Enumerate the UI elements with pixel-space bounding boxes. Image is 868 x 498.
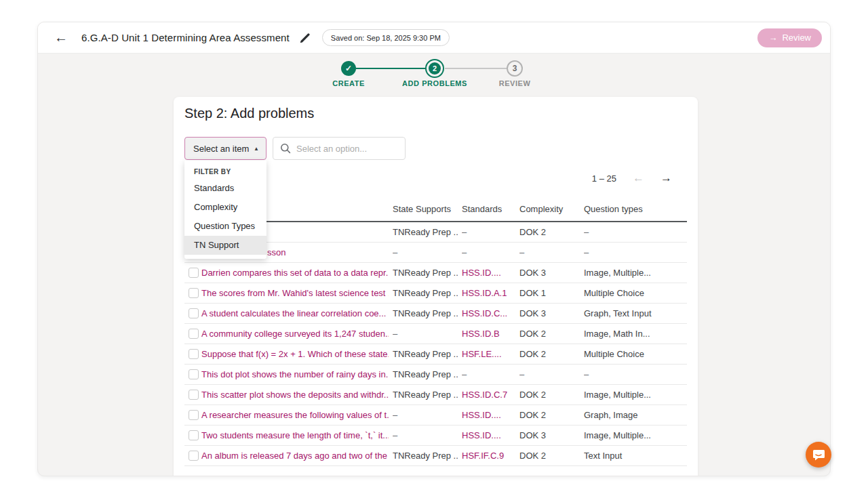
problem-title-link[interactable]: The scores from Mr. Wahid's latest scien… (201, 283, 389, 304)
problem-title-link[interactable]: A community college surveyed its 1,247 s… (201, 324, 389, 344)
question-types-cell: Graph, Image (584, 405, 686, 426)
pagination-prev-icon[interactable]: ← (633, 171, 644, 185)
menu-item-question-types[interactable]: Question Types (184, 217, 267, 236)
review-button-label: Review (782, 33, 811, 43)
state-supports-cell: TNReady Prep ... (393, 304, 458, 324)
problems-table: TNReady Prep ... – DOK 2 – sson – – – – … (184, 222, 687, 466)
state-supports-cell: TNReady Prep ... (393, 446, 458, 466)
chat-launcher-button[interactable] (806, 442, 831, 468)
question-types-cell: Graph, Text Input (584, 304, 686, 324)
problem-title-link[interactable]: This scatter plot shows the deposits and… (201, 385, 389, 405)
problem-title-text: sson (267, 243, 285, 263)
problem-title-link[interactable]: This dot plot shows the number of rainy … (201, 365, 389, 385)
search-icon (280, 143, 291, 154)
state-supports-cell: TNReady Prep ... (393, 344, 458, 365)
step-create-circle[interactable]: ✓ (341, 61, 356, 76)
complexity-cell: DOK 2 (519, 324, 579, 344)
question-types-cell: Image, Multiple... (584, 426, 686, 446)
question-types-cell: Multiple Choice (584, 344, 686, 365)
question-types-cell: – (584, 222, 686, 243)
state-supports-cell: – (393, 426, 458, 446)
standards-cell[interactable]: – (462, 243, 516, 263)
row-checkbox[interactable] (189, 329, 199, 339)
table-row: This scatter plot shows the deposits and… (184, 385, 687, 405)
state-supports-cell: TNReady Prep ... (393, 263, 458, 283)
question-types-cell: – (584, 365, 686, 385)
standards-cell[interactable]: HSS.ID.C... (462, 304, 516, 324)
state-supports-cell: – (393, 243, 458, 263)
state-supports-cell: – (393, 405, 458, 426)
standards-cell[interactable]: HSS.ID.B (462, 324, 516, 344)
caret-up-icon: ▲ (254, 146, 259, 152)
review-arrow-icon: → (768, 33, 777, 43)
state-supports-cell: TNReady Prep ... (393, 283, 458, 304)
row-checkbox[interactable] (189, 410, 199, 420)
search-box (273, 137, 406, 160)
saved-status-badge: Saved on: Sep 18, 2025 9:30 PM (322, 29, 450, 46)
step-label-review: REVIEW (499, 79, 531, 87)
table-row: A researcher measures the following valu… (184, 405, 687, 426)
edit-pencil-icon[interactable] (299, 32, 311, 44)
column-header-question-types: Question types (584, 204, 643, 214)
row-checkbox[interactable] (189, 369, 199, 379)
problem-title-link[interactable]: A student calculates the linear correlat… (201, 304, 389, 324)
complexity-cell: DOK 1 (519, 283, 579, 304)
column-header-complexity: Complexity (519, 204, 563, 214)
review-button[interactable]: → Review (757, 28, 822, 47)
step-number: 2 (429, 62, 441, 75)
problem-title-link[interactable]: Darrien compares this set of data to a d… (201, 263, 389, 283)
complexity-cell: – (519, 365, 579, 385)
content-area: ✓ 2 3 CREATE ADD PROBLEMS REVIEW Step 2:… (38, 54, 830, 476)
assessment-builder-window: ← 6.G.A-D Unit 1 Determining Area Assess… (37, 22, 831, 476)
pagination-next-icon[interactable]: → (660, 171, 672, 185)
state-supports-cell: – (393, 324, 458, 344)
table-row: An album is released 7 days ago and two … (184, 446, 687, 466)
complexity-cell: DOK 2 (519, 446, 579, 466)
step-review-circle[interactable]: 3 (507, 60, 523, 77)
pagination: 1 – 25 ← → (592, 171, 672, 185)
back-arrow-icon[interactable]: ← (54, 30, 71, 45)
stepper-connector-upcoming (445, 68, 507, 69)
standards-cell[interactable]: HSS.ID.A.1 (462, 283, 516, 304)
filter-select-button[interactable]: Select an item ▲ (184, 137, 267, 160)
problem-title-link[interactable]: A researcher measures the following valu… (201, 405, 389, 426)
menu-item-complexity[interactable]: Complexity (184, 198, 267, 217)
standards-cell[interactable]: HSF.IF.C.9 (462, 446, 516, 466)
complexity-cell: DOK 3 (519, 426, 579, 446)
search-input[interactable] (296, 144, 398, 154)
table-row: Suppose that f(x) = 2x + 1. Which of the… (184, 344, 687, 365)
filter-select-label: Select an item (193, 144, 249, 154)
state-supports-cell: TNReady Prep ... (393, 365, 458, 385)
complexity-cell: DOK 2 (519, 405, 579, 426)
panel-heading: Step 2: Add problems (184, 106, 314, 121)
row-checkbox[interactable] (189, 430, 199, 440)
row-checkbox[interactable] (189, 268, 199, 278)
step-add-problems-circle[interactable]: 2 (425, 59, 444, 78)
complexity-cell: DOK 2 (519, 344, 579, 365)
table-row: The scores from Mr. Wahid's latest scien… (184, 283, 687, 304)
standards-cell[interactable]: HSS.ID.... (462, 405, 516, 426)
step-number: 3 (513, 64, 517, 73)
problem-title-link[interactable]: An album is released 7 days ago and two … (201, 446, 389, 466)
assessment-title: 6.G.A-D Unit 1 Determining Area Assessme… (81, 32, 290, 43)
question-types-cell: Multiple Choice (584, 283, 686, 304)
pagination-range: 1 – 25 (592, 173, 616, 184)
standards-cell[interactable]: HSS.ID.... (462, 426, 516, 446)
state-supports-cell: TNReady Prep ... (393, 385, 458, 405)
problem-title-link[interactable]: Suppose that f(x) = 2x + 1. Which of the… (201, 344, 389, 365)
standards-cell[interactable]: – (462, 365, 516, 385)
top-bar: ← 6.G.A-D Unit 1 Determining Area Assess… (38, 22, 830, 54)
standards-cell[interactable]: HSF.LE.... (462, 344, 516, 365)
row-checkbox[interactable] (189, 288, 199, 298)
menu-item-standards[interactable]: Standards (184, 179, 267, 198)
menu-item-tn-support[interactable]: TN Support (184, 236, 267, 255)
problem-title-link[interactable]: Two students measure the length of time,… (201, 426, 389, 446)
row-checkbox[interactable] (189, 451, 199, 461)
row-checkbox[interactable] (189, 349, 199, 359)
standards-cell[interactable]: HSS.ID.... (462, 263, 516, 283)
complexity-cell: – (519, 243, 579, 263)
row-checkbox[interactable] (189, 308, 199, 318)
row-checkbox[interactable] (189, 390, 199, 400)
standards-cell[interactable]: HSS.ID.C.7 (462, 385, 516, 405)
standards-cell[interactable]: – (462, 222, 516, 243)
